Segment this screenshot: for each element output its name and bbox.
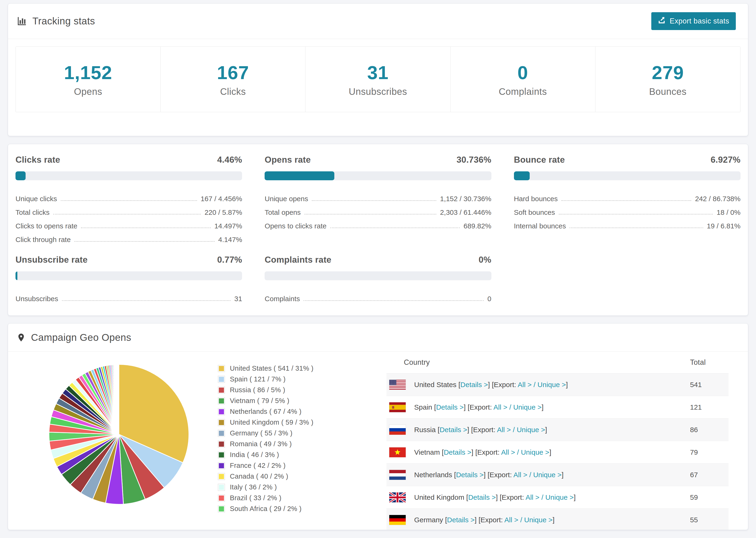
export-all-link[interactable]: All > (494, 403, 507, 411)
progress-bar (16, 271, 242, 280)
geo-opens-pie-chart (47, 362, 191, 507)
legend-item[interactable]: Canada ( 40 / 2% ) (218, 472, 345, 480)
export-unique-link[interactable]: Unique > (524, 516, 553, 524)
legend-label: Italy ( 36 / 2% ) (230, 483, 277, 491)
details-link[interactable]: Details > (456, 471, 484, 479)
flag-icon-ru (389, 425, 406, 435)
export-unique-link[interactable]: Unique > (517, 426, 545, 434)
geo-table-row: Russia [Details >] [Export: All > / Uniq… (387, 418, 729, 441)
legend-item[interactable]: Vietnam ( 79 / 5% ) (218, 397, 345, 405)
details-link[interactable]: Details > (447, 516, 475, 524)
legend-swatch (218, 495, 225, 501)
rate-detail-value: 4.147% (218, 236, 242, 245)
country-name: United Kingdom (414, 493, 464, 501)
legend-item[interactable]: United Kingdom ( 59 / 3% ) (218, 418, 345, 426)
country-total: 86 (690, 426, 729, 434)
legend-swatch (218, 506, 225, 512)
rate-detail-value: 242 / 86.738% (695, 195, 740, 204)
rate-title: Bounce rate (514, 155, 565, 165)
legend-item[interactable]: South Africa ( 29 / 2% ) (218, 505, 345, 512)
progress-bar-fill (16, 171, 26, 180)
legend-item[interactable]: Netherlands ( 67 / 4% ) (218, 408, 345, 415)
rate-detail-value: 2,303 / 61.446% (440, 208, 491, 218)
rate-detail-value: 14.497% (214, 222, 242, 232)
country-total: 67 (690, 471, 729, 479)
export-unique-link[interactable]: Unique > (521, 448, 549, 456)
rate-detail-row: Internal bounces 19 / 6.81% (514, 218, 740, 232)
legend-item[interactable]: Spain ( 121 / 7% ) (218, 375, 345, 383)
legend-item[interactable]: Brazil ( 33 / 2% ) (218, 494, 345, 502)
progress-bar (514, 171, 740, 180)
legend-item[interactable]: Germany ( 55 / 3% ) (218, 429, 345, 437)
rate-rows: Complaints 0 (265, 291, 491, 304)
details-link[interactable]: Details > (436, 403, 464, 411)
tracking-stats-title-text: Tracking stats (32, 16, 95, 27)
country-name: Germany (414, 516, 443, 524)
rate-detail-label: Internal bounces (514, 222, 566, 232)
country-cell: Germany [Details >] [Export: All > / Uni… (389, 515, 690, 525)
rate-value: 0.77% (217, 255, 242, 265)
export-all-link[interactable]: All > (518, 381, 531, 389)
flag-icon-de (389, 515, 406, 525)
rate-detail-value: 167 / 4.456% (201, 195, 242, 204)
rate-rows: Hard bounces 242 / 86.738% Soft bounces … (514, 190, 740, 232)
tracking-stats-title: Tracking stats (17, 16, 95, 27)
stat-value: 279 (652, 62, 684, 83)
summary-stat: 279 Bounces (595, 47, 740, 112)
rate-value: 6.927% (711, 155, 740, 165)
geo-table-header: Country Total (387, 351, 729, 373)
legend-item[interactable]: United States ( 541 / 31% ) (218, 364, 345, 372)
dotted-leader (303, 300, 484, 301)
rate-detail-value: 1,152 / 30.736% (440, 195, 491, 204)
export-all-link[interactable]: All > (525, 493, 539, 501)
details-link[interactable]: Details > (460, 381, 488, 389)
export-unique-link[interactable]: Unique > (545, 493, 574, 501)
rate-value: 0% (479, 255, 491, 265)
rate-block: Bounce rate 6.927% Hard bounces 242 / 86… (514, 155, 740, 245)
export-unique-link[interactable]: Unique > (513, 403, 542, 411)
geo-content: United States ( 541 / 31% ) Spain ( 121 … (8, 351, 748, 530)
legend-item[interactable]: Romania ( 49 / 3% ) (218, 440, 345, 448)
geo-table-row: United States [Details >] [Export: All >… (387, 373, 729, 396)
stat-label: Complaints (499, 86, 547, 97)
rate-head: Unsubscribe rate 0.77% (16, 255, 242, 265)
export-all-link[interactable]: All > (497, 426, 511, 434)
export-all-link[interactable]: All > (504, 516, 518, 524)
details-link[interactable]: Details > (440, 426, 467, 434)
legend-item[interactable]: France ( 42 / 2% ) (218, 462, 345, 469)
rate-detail-row: Opens to clicks rate 689.82% (265, 218, 491, 232)
rate-detail-value: 220 / 5.87% (204, 208, 242, 218)
summary-stat: 1,152 Opens (16, 47, 161, 112)
legend-swatch (218, 430, 225, 437)
country-cell: Vietnam [Details >] [Export: All > / Uni… (389, 447, 690, 457)
dotted-leader (81, 228, 210, 228)
dotted-leader (75, 241, 214, 242)
country-cell: United States [Details >] [Export: All >… (389, 380, 690, 390)
export-unique-link[interactable]: Unique > (537, 381, 566, 389)
rate-detail-value: 19 / 6.81% (707, 222, 740, 232)
legend-swatch (218, 452, 225, 458)
legend-label: Vietnam ( 79 / 5% ) (230, 397, 289, 405)
export-all-link[interactable]: All > (501, 448, 515, 456)
export-all-link[interactable]: All > (513, 471, 527, 479)
export-basic-stats-button[interactable]: Export basic stats (651, 12, 736, 30)
legend-label: United Kingdom ( 59 / 3% ) (230, 418, 313, 426)
progress-bar-fill (514, 171, 530, 180)
stat-value: 31 (367, 62, 389, 83)
export-unique-link[interactable]: Unique > (533, 471, 562, 479)
rate-block: Clicks rate 4.46% Unique clicks 167 / 4.… (16, 155, 242, 245)
rate-block: Unsubscribe rate 0.77% Unsubscribes 31 (16, 255, 242, 304)
details-link[interactable]: Details > (468, 493, 496, 501)
details-link[interactable]: Details > (444, 448, 471, 456)
dotted-leader (561, 200, 691, 201)
geo-table-row: Vietnam [Details >] [Export: All > / Uni… (387, 441, 729, 463)
progress-bar (265, 271, 491, 280)
progress-bar-fill (265, 171, 334, 180)
rate-detail-row: Hard bounces 242 / 86.738% (514, 190, 740, 204)
legend-item[interactable]: Italy ( 36 / 2% ) (218, 483, 345, 491)
legend-label: Canada ( 40 / 2% ) (230, 472, 288, 480)
legend-item[interactable]: India ( 46 / 3% ) (218, 451, 345, 459)
legend-item[interactable]: Russia ( 86 / 5% ) (218, 386, 345, 394)
legend-label: South Africa ( 29 / 2% ) (230, 505, 301, 512)
rate-rows: Unique opens 1,152 / 30.736% Total opens… (265, 190, 491, 232)
